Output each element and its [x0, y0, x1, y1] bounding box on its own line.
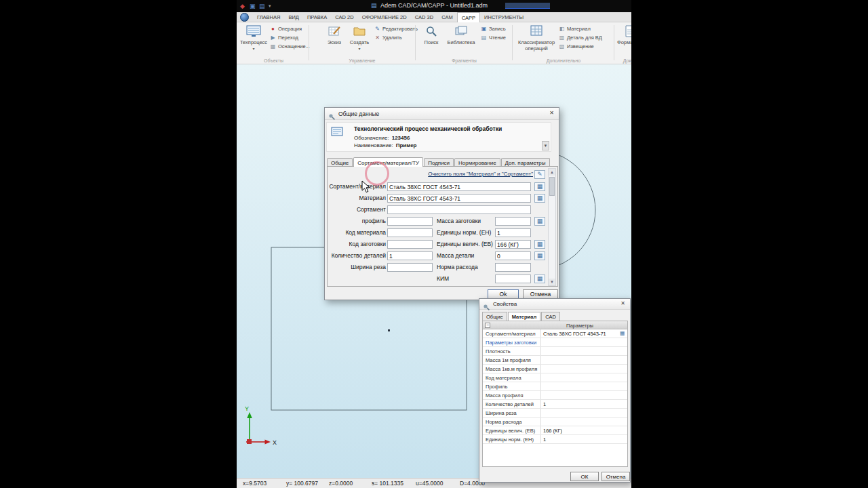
prop-row[interactable]: Плотность	[483, 347, 627, 356]
clear-fields-button[interactable]: ✎	[534, 170, 545, 179]
massa-zagotovki-button[interactable]: ▦	[534, 217, 545, 226]
record-button[interactable]: ▣Запись	[480, 24, 506, 33]
input-material[interactable]	[387, 194, 531, 203]
close-icon[interactable]: ✕	[618, 300, 627, 306]
prop-value[interactable]: 1	[543, 436, 546, 443]
library-button[interactable]: Библиотека	[446, 24, 476, 58]
prop-row[interactable]: Сортамент/материал Сталь 38ХС ГОСТ 4543-…	[483, 329, 627, 338]
scroll-down-icon[interactable]: ▼	[549, 279, 555, 285]
input-edinicy-velich[interactable]	[495, 240, 531, 249]
create-button[interactable]: Создать▾	[348, 24, 371, 58]
info-scroll-down-icon[interactable]: ▼	[542, 141, 549, 150]
field-label: Сортамент	[328, 205, 386, 214]
ribbon-tab-instrumenty[interactable]: ИНСТРУМЕНТЫ	[480, 12, 528, 22]
group-label-additional: Дополнительно	[513, 58, 614, 63]
dialog-general-titlebar[interactable]: Общие данные ✕	[325, 108, 559, 120]
dialog-properties: Свойства ✕ Общие Материал CAD − Параметр…	[479, 298, 631, 483]
transition-button[interactable]: ▶Переход	[269, 33, 310, 42]
document-icon	[625, 25, 631, 39]
prop-row[interactable]: Масса 1м профиля	[483, 356, 627, 365]
ribbon-tab-glavnaya[interactable]: ГЛАВНАЯ	[253, 12, 284, 22]
input-sortament-material[interactable]	[387, 182, 531, 191]
folder-icon	[353, 25, 366, 39]
edinicy-velich-button[interactable]: ▦	[534, 240, 545, 249]
techprocess-button[interactable]: Техпроцесс▾	[240, 24, 267, 58]
app-menu-button[interactable]	[240, 13, 249, 22]
grid-picker-icon[interactable]: ▦	[620, 330, 625, 336]
tab-props-obshchie[interactable]: Общие	[482, 312, 507, 321]
ribbon-tab-cad3d[interactable]: CAD 3D	[411, 12, 438, 22]
input-kod-zagotovki[interactable]	[387, 240, 433, 249]
field-label: Масса заготовки	[437, 217, 494, 226]
input-kim[interactable]	[495, 274, 531, 283]
prop-row[interactable]: Параметры заготовки	[483, 338, 627, 347]
field-label: Код материала	[328, 228, 386, 237]
collapse-icon[interactable]: −	[485, 323, 490, 328]
notice-button[interactable]: ▧Извещение	[558, 42, 602, 51]
input-massa-detali[interactable]	[495, 251, 531, 260]
prop-value[interactable]: 1	[543, 401, 546, 407]
ribbon-tab-cad2d[interactable]: CAD 2D	[331, 12, 358, 22]
prop-row[interactable]: Код материала	[483, 373, 627, 382]
kim-button[interactable]: ▦	[534, 274, 545, 283]
prop-row[interactable]: Единицы норм. (ЕН) 1	[483, 435, 627, 444]
input-kod-materiala[interactable]	[387, 228, 433, 237]
ribbon-tab-pravka[interactable]: ПРАВКА	[303, 12, 331, 22]
drawing-point[interactable]	[388, 329, 390, 331]
prop-row[interactable]: Единицы велич. (ЕВ) 166 (КГ)	[483, 426, 627, 435]
prop-row[interactable]: Масса 1кв.м профиля	[483, 365, 627, 373]
equipment-button[interactable]: ▦Оснащение...	[269, 42, 310, 51]
prop-value[interactable]: Сталь 38ХС ГОСТ 4543-71	[543, 331, 606, 337]
read-button[interactable]: ▤Чтение	[480, 33, 506, 42]
quick-access-icon-2[interactable]: ▣	[250, 2, 256, 10]
status-u: u=45.0000	[416, 480, 443, 487]
cancel-button[interactable]: Отмена	[601, 472, 630, 481]
prop-row[interactable]: Масса профиля	[483, 391, 627, 400]
input-massa-zagotovki[interactable]	[495, 217, 531, 226]
prop-value[interactable]: 166 (КГ)	[543, 428, 562, 434]
ribbon-tab-oformlenie2d[interactable]: ОФОРМЛЕНИЕ 2D	[358, 12, 411, 22]
tab-sortament-material-tu[interactable]: Сортамент/материал/ТУ	[353, 157, 423, 167]
scroll-up-icon[interactable]: ▲	[549, 169, 555, 176]
blank-parameters-link[interactable]: Параметры заготовки	[486, 340, 536, 346]
material-picker-button[interactable]: ▦	[534, 194, 545, 203]
scroll-thumb[interactable]	[549, 177, 555, 196]
delete-button[interactable]: ✕Удалить	[374, 33, 418, 42]
quick-access-icon-1[interactable]: ◆	[240, 2, 245, 10]
prop-label: Плотность	[486, 348, 511, 354]
input-shirina-reza[interactable]	[387, 263, 433, 272]
sortament-picker-button[interactable]: ▦	[534, 182, 545, 191]
dialog-properties-titlebar[interactable]: Свойства ✕	[479, 299, 630, 310]
ribbon-tab-cam[interactable]: CAM	[437, 12, 457, 22]
quick-access-caret-icon[interactable]: ▾	[269, 2, 271, 10]
input-kolichestvo-detaley[interactable]	[387, 251, 433, 260]
input-sortament[interactable]	[387, 205, 531, 214]
titlebar: ◆ ▣ ▤ ▾ ▤Adem CAD/CAM/CAPP - Untitled1.a…	[237, 0, 631, 12]
prop-row[interactable]: Профиль	[483, 382, 627, 391]
vertical-scrollbar[interactable]: ▲ ▼	[548, 168, 556, 286]
tab-props-material[interactable]: Материал	[508, 312, 540, 321]
sketch-button[interactable]: Эскиз	[323, 24, 345, 58]
window-title: ▤Adem CAD/CAM/CAPP - Untitled1.adm	[380, 2, 488, 9]
input-edinicy-norm[interactable]	[495, 228, 531, 237]
input-profil[interactable]	[387, 217, 433, 226]
form-docs-button[interactable]: Формиро...	[616, 24, 631, 58]
input-norma-rashoda[interactable]	[495, 263, 531, 272]
operations-classifier-button[interactable]: Классификатор операций	[517, 24, 555, 58]
quick-access-icon-3[interactable]: ▤	[259, 2, 265, 10]
edit-button[interactable]: ✎Редактировать	[374, 24, 418, 33]
close-icon[interactable]: ✕	[547, 110, 556, 116]
prop-row[interactable]: Количество деталей 1	[483, 400, 627, 409]
tab-props-cad[interactable]: CAD	[541, 312, 560, 321]
massa-detali-button[interactable]: ▦	[534, 251, 545, 260]
ribbon-tab-vid[interactable]: ВИД	[284, 12, 302, 22]
prop-row[interactable]: Ширина реза	[483, 409, 627, 418]
search-button[interactable]: Поиск	[420, 24, 442, 58]
ribbon-tab-capp[interactable]: САРР	[457, 12, 480, 22]
clear-fields-link[interactable]: Очистить поля "Материал" и "Сортамент"	[328, 171, 533, 177]
detail-vd-button[interactable]: ▥Деталь для ВД	[558, 33, 602, 42]
ok-button[interactable]: ОК	[570, 472, 599, 481]
material-button[interactable]: ◧Материал	[558, 24, 602, 33]
operation-button[interactable]: ●Операция	[269, 24, 310, 33]
prop-row[interactable]: Норма расхода	[483, 418, 627, 426]
